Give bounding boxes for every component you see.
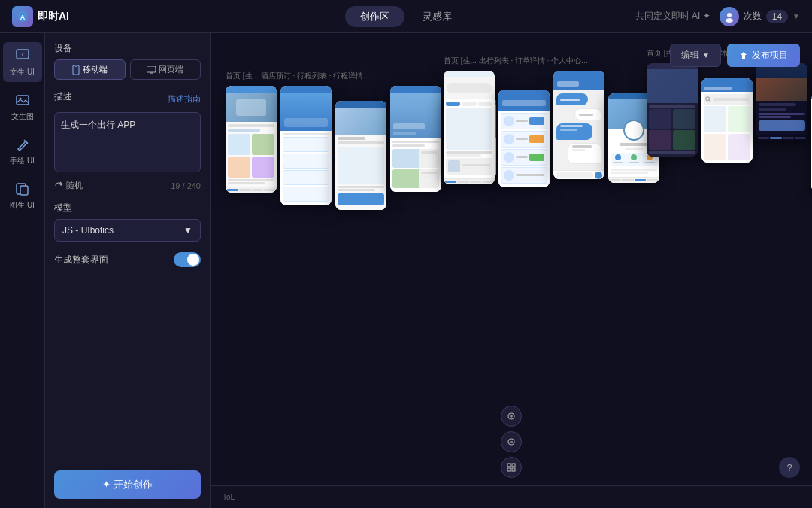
toggle-section: 生成整套界面 xyxy=(54,252,201,267)
app-name: 即时AI xyxy=(38,10,69,23)
img-ui-icon xyxy=(14,180,32,198)
device-section: 设备 移动端 网页端 xyxy=(54,42,201,80)
mobile-tab[interactable]: 移动端 xyxy=(54,59,126,80)
svg-rect-6 xyxy=(17,96,29,105)
model-title: 模型 xyxy=(54,202,201,214)
publish-button[interactable]: 发布项目 xyxy=(727,44,800,67)
desc-title: 描述 xyxy=(54,90,72,103)
svg-rect-22 xyxy=(508,464,511,467)
phone-frame-3-1[interactable] xyxy=(647,63,698,157)
phone-frame-1-4[interactable] xyxy=(390,86,441,192)
desc-textarea[interactable]: 生成一个出行 APP xyxy=(54,112,201,172)
control-panel: 设备 移动端 网页端 描述 描述指南 生成一个出行 APP xyxy=(45,33,211,508)
group2-label: 首页 [生... 出行列表 · 订单详情 · 个人中心... xyxy=(444,56,659,66)
device-title: 设备 xyxy=(54,42,201,55)
desc-header: 描述 描述指南 xyxy=(54,90,201,108)
phone-frame-1-2[interactable] xyxy=(280,86,332,205)
svg-point-15 xyxy=(706,97,710,101)
model-dropdown-icon: ▼ xyxy=(183,225,192,236)
count-label: 次数 xyxy=(744,10,762,23)
start-create-button[interactable]: ✦ 开始创作 xyxy=(54,470,201,499)
svg-rect-24 xyxy=(508,468,511,471)
main-layout: T 文生 UI 文生图 手绘 UI 图生 UI 设备 xyxy=(0,33,812,508)
canvas-controls xyxy=(501,406,522,478)
svg-rect-10 xyxy=(20,186,28,195)
top-nav: A 即时AI 创作区 灵感库 共同定义即时 AI ✦ 次数 14 ▼ xyxy=(0,0,812,33)
toggle-label: 生成整套界面 xyxy=(54,254,108,266)
sidebar-label-text-ui: 文生 UI xyxy=(10,67,35,78)
phone-group-3: 首页 [搜索 [生... 酒店详情 · 个人中心... xyxy=(647,48,812,192)
sidebar-item-text-ui[interactable]: T 文生 UI xyxy=(3,42,42,82)
phone-frame-3-2[interactable] xyxy=(701,78,753,163)
collab-text: 共同定义即时 AI ✦ xyxy=(635,10,710,23)
tab-create[interactable]: 创作区 xyxy=(345,6,404,27)
sidebar-label-text-image: 文生图 xyxy=(11,111,34,122)
sidebar-icons: T 文生 UI 文生图 手绘 UI 图生 UI xyxy=(0,33,45,508)
web-tab[interactable]: 网页端 xyxy=(130,59,201,80)
model-select[interactable]: JS - UIbotics ▼ xyxy=(54,219,201,242)
phone-frame-2-1[interactable] xyxy=(444,71,495,184)
phone-frame-3-3[interactable] xyxy=(756,63,807,141)
nav-right: 共同定义即时 AI ✦ 次数 14 ▼ xyxy=(635,7,800,26)
model-value: JS - UIbotics xyxy=(62,225,114,236)
text-image-icon xyxy=(14,91,32,109)
avatar xyxy=(720,7,739,26)
tab-inspiration[interactable]: 灵感库 xyxy=(408,6,467,27)
phone-frame-2-2[interactable] xyxy=(498,90,550,187)
sidebar-label-sketch-ui: 手绘 UI xyxy=(10,156,35,166)
sidebar-item-img-ui[interactable]: 图生 UI xyxy=(3,175,42,215)
generate-all-toggle[interactable] xyxy=(174,252,201,267)
svg-point-2 xyxy=(727,13,732,17)
svg-text:T: T xyxy=(20,52,24,57)
nav-tabs: 创作区 灵感库 xyxy=(345,6,467,27)
text-ui-icon: T xyxy=(14,47,32,65)
app-logo-icon: A xyxy=(12,6,33,27)
svg-rect-12 xyxy=(74,66,77,67)
canvas-toolbar: 编辑 ▼ 发布项目 xyxy=(670,44,800,67)
sidebar-item-text-image[interactable]: 文生图 xyxy=(3,87,42,126)
phone-frame-1-3[interactable] xyxy=(335,101,386,210)
svg-text:A: A xyxy=(20,14,26,21)
logo-area: A 即时AI xyxy=(12,6,69,27)
phone-group-2: 首页 [生... 出行列表 · 订单详情 · 个人中心... xyxy=(444,56,659,187)
sketch-ui-icon xyxy=(14,135,32,154)
device-tabs: 移动端 网页端 xyxy=(54,59,201,80)
zoom-in-button[interactable] xyxy=(501,406,522,427)
desc-hint[interactable]: 描述指南 xyxy=(168,93,201,105)
canvas-content: 首页 [生... 酒店预订 · 行程列表 · 行程详情... xyxy=(211,33,812,508)
edit-dropdown-icon: ▼ xyxy=(702,51,710,59)
svg-line-16 xyxy=(709,100,710,102)
zoom-out-button[interactable] xyxy=(501,431,522,452)
bottom-bar: ToE xyxy=(211,485,812,508)
bottom-bar-text: ToE xyxy=(223,493,235,501)
avatar-area: 次数 14 ▼ xyxy=(720,7,800,26)
svg-rect-23 xyxy=(512,464,515,467)
canvas-area[interactable]: 编辑 ▼ 发布项目 首页 [生... 酒店预订 · 行程列表 · 行程详情... xyxy=(211,33,812,508)
model-section: 模型 JS - UIbotics ▼ xyxy=(54,202,201,242)
phone-frame-2-3[interactable] xyxy=(553,71,604,179)
dropdown-icon[interactable]: ▼ xyxy=(792,12,800,20)
edit-button[interactable]: 编辑 ▼ xyxy=(670,44,721,67)
help-button[interactable]: ? xyxy=(779,457,800,478)
random-count: 19 / 240 xyxy=(171,181,201,190)
svg-rect-25 xyxy=(512,468,515,471)
sidebar-item-sketch-ui[interactable]: 手绘 UI xyxy=(3,131,42,171)
sidebar-label-img-ui: 图生 UI xyxy=(10,200,35,211)
phone-frame-1-1[interactable] xyxy=(226,86,277,193)
svg-point-3 xyxy=(726,18,733,23)
count-badge: 14 xyxy=(766,10,788,23)
random-btn[interactable]: 随机 xyxy=(54,180,83,191)
random-row: 随机 19 / 240 xyxy=(54,180,201,191)
desc-section: 描述 描述指南 生成一个出行 APP 随机 19 / 240 xyxy=(54,90,201,191)
svg-rect-11 xyxy=(73,65,79,75)
svg-rect-13 xyxy=(147,66,156,72)
fit-view-button[interactable] xyxy=(501,457,522,478)
